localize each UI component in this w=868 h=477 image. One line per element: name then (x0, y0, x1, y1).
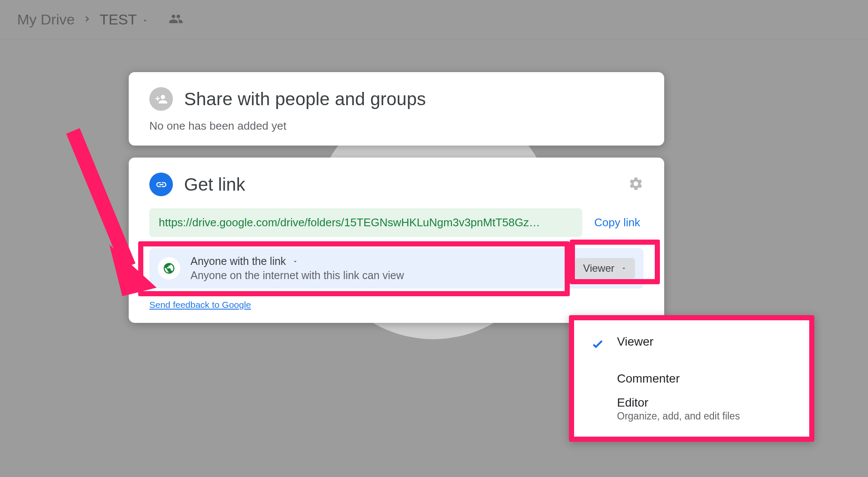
shareable-link-field[interactable]: https://drive.google.com/drive/folders/1… (149, 208, 582, 237)
get-link-title: Get link (184, 174, 617, 195)
access-scope-label: Anyone with the link (191, 255, 286, 267)
role-option-label: Viewer (617, 335, 653, 349)
access-scope-row: Anyone with the link Anyone on the inter… (149, 248, 644, 289)
access-scope-selector[interactable]: Anyone with the link (191, 255, 565, 267)
share-header: Share with people and groups (149, 87, 644, 111)
role-option-commenter[interactable]: Commenter (574, 367, 809, 391)
globe-icon (158, 257, 180, 280)
share-subtitle: No one has been added yet (149, 119, 644, 133)
role-option-viewer[interactable]: Viewer (574, 330, 809, 358)
get-link-card: Get link https://drive.google.com/drive/… (129, 158, 664, 323)
check-icon (590, 345, 605, 352)
role-dropdown-menu: Viewer Commenter Editor Organize, add, a… (569, 315, 814, 442)
link-icon (149, 173, 173, 196)
access-scope-description: Anyone on the internet with this link ca… (191, 269, 565, 282)
share-dialog: Share with people and groups No one has … (129, 72, 664, 335)
role-option-label: Editor (617, 396, 740, 410)
link-row: https://drive.google.com/drive/folders/1… (149, 208, 644, 237)
get-link-header: Get link (149, 173, 644, 196)
access-scope-text: Anyone with the link Anyone on the inter… (191, 255, 565, 282)
caret-down-icon (620, 265, 627, 272)
role-option-description: Organize, add, and edit files (617, 410, 740, 422)
caret-down-icon (292, 258, 299, 265)
copy-link-button[interactable]: Copy link (594, 216, 644, 229)
role-option-editor[interactable]: Editor Organize, add, and edit files (574, 391, 809, 427)
role-option-label: Commenter (617, 372, 680, 386)
gear-icon[interactable] (628, 176, 644, 193)
send-feedback-link[interactable]: Send feedback to Google (149, 300, 251, 310)
role-label: Viewer (583, 262, 614, 274)
share-people-card: Share with people and groups No one has … (129, 72, 664, 146)
share-title[interactable]: Share with people and groups (184, 89, 426, 109)
person-add-icon (149, 87, 173, 111)
role-selector[interactable]: Viewer (575, 258, 635, 279)
